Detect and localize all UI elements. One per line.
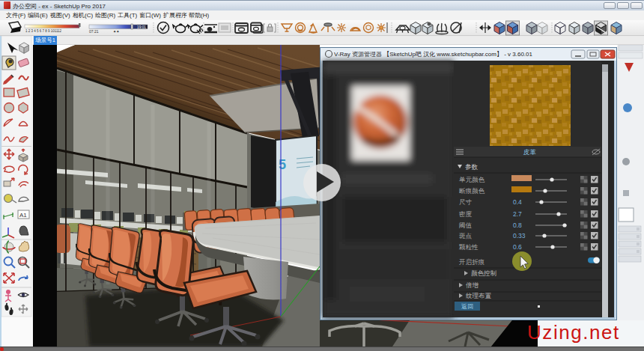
svg-text:2.7: 2.7 [513, 210, 522, 218]
svg-text:A1: A1 [19, 212, 27, 219]
svg-text:断痕颜色: 断痕颜色 [459, 187, 485, 195]
svg-text:皮革: 皮革 [523, 148, 537, 156]
svg-text:颗粒性: 颗粒性 [458, 243, 479, 251]
svg-text:颜色控制: 颜色控制 [471, 269, 497, 277]
svg-text:尺寸: 尺寸 [459, 198, 473, 206]
svg-text:斑点: 斑点 [459, 232, 473, 239]
svg-text:0.6: 0.6 [513, 243, 522, 251]
svg-text:V-Ray 资源管理器 【SketchUp吧 汉化 www.: V-Ray 资源管理器 【SketchUp吧 汉化 www.sketchupba… [334, 51, 533, 58]
svg-text:单元颜色: 单元颜色 [459, 176, 485, 183]
svg-text:0.8: 0.8 [513, 222, 522, 229]
svg-text:纹理布置: 纹理布置 [466, 292, 492, 299]
svg-text:0.4: 0.4 [513, 198, 522, 206]
svg-text:倍增: 倍增 [466, 281, 479, 289]
svg-text:密度: 密度 [459, 210, 473, 218]
svg-text:07:21: 07:21 [89, 29, 99, 34]
svg-text:19:01: 19:01 [137, 25, 146, 29]
svg-text:0.33: 0.33 [513, 232, 526, 239]
svg-text:1 2 3 4 5 6 7 8 9 101112: 1 2 3 4 5 6 7 8 9 101112 [25, 29, 62, 33]
svg-text:5: 5 [279, 157, 286, 172]
svg-text:返回: 返回 [461, 303, 473, 310]
svg-text:参数: 参数 [465, 163, 479, 171]
svg-text:阈值: 阈值 [459, 222, 473, 229]
svg-text:✦✦: ✦✦ [113, 29, 119, 34]
svg-text:开启折痕: 开启折痕 [459, 258, 485, 266]
